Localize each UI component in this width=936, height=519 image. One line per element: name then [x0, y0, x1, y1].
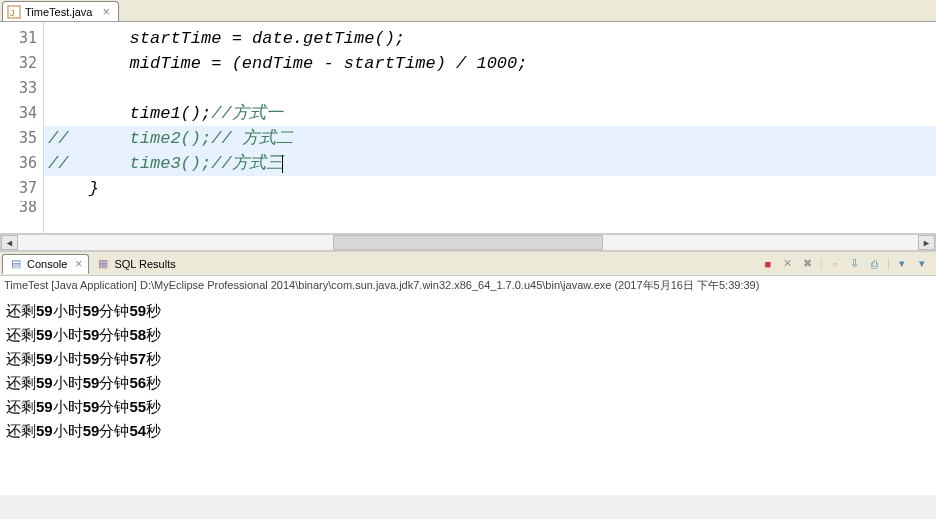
- console-line: 还剩59小时59分钟55秒: [6, 395, 930, 419]
- pin-console-button[interactable]: ⎙: [867, 256, 883, 272]
- editor-tab-bar: J TimeTest.java ×: [0, 0, 936, 22]
- scroll-right-arrow[interactable]: ►: [918, 235, 935, 250]
- open-console-button[interactable]: ▾: [914, 256, 930, 272]
- scroll-left-arrow[interactable]: ◄: [1, 235, 18, 250]
- editor-horizontal-scrollbar[interactable]: ◄ ►: [0, 234, 936, 251]
- display-selected-button[interactable]: ▾: [894, 256, 910, 272]
- tab-sql-results[interactable]: ▦ SQL Results: [89, 254, 182, 274]
- console-icon: ▤: [9, 257, 23, 271]
- code-line[interactable]: // time2();// 方式二: [44, 126, 936, 151]
- code-editor[interactable]: 3132333435363738 startTime = date.getTim…: [0, 22, 936, 234]
- bottom-panel-tabs: ▤ Console × ▦ SQL Results ■ ✕ ✖ | ▫ ⇩ ⎙ …: [0, 251, 936, 275]
- console-line: 还剩59小时59分钟58秒: [6, 323, 930, 347]
- java-file-icon: J: [7, 5, 21, 19]
- close-console-icon[interactable]: ×: [75, 257, 82, 271]
- code-line[interactable]: time1();//方式一: [44, 101, 936, 126]
- console-toolbar: ■ ✕ ✖ | ▫ ⇩ ⎙ | ▾ ▾: [760, 256, 934, 272]
- svg-text:J: J: [10, 8, 15, 18]
- scroll-lock-button[interactable]: ⇩: [847, 256, 863, 272]
- scroll-thumb[interactable]: [333, 235, 603, 250]
- clear-console-button[interactable]: ▫: [827, 256, 843, 272]
- remove-all-button[interactable]: ✖: [800, 256, 816, 272]
- console-line: 还剩59小时59分钟59秒: [6, 299, 930, 323]
- editor-tab-label: TimeTest.java: [25, 6, 92, 18]
- tab-sql-label: SQL Results: [114, 258, 175, 270]
- editor-tab-timetest[interactable]: J TimeTest.java ×: [2, 1, 119, 21]
- sql-results-icon: ▦: [96, 257, 110, 271]
- code-line[interactable]: // time3();//方式三: [44, 151, 936, 176]
- line-gutter: 3132333435363738: [0, 22, 44, 233]
- console-line: 还剩59小时59分钟54秒: [6, 419, 930, 443]
- code-line[interactable]: [44, 76, 936, 101]
- console-line: 还剩59小时59分钟56秒: [6, 371, 930, 395]
- tab-console-label: Console: [27, 258, 67, 270]
- console-output[interactable]: 还剩59小时59分钟59秒还剩59小时59分钟58秒还剩59小时59分钟57秒还…: [0, 295, 936, 495]
- remove-launch-button[interactable]: ✕: [780, 256, 796, 272]
- close-tab-icon[interactable]: ×: [102, 5, 110, 18]
- console-launch-info: TimeTest [Java Application] D:\MyEclipse…: [0, 275, 936, 295]
- code-line[interactable]: startTime = date.getTime();: [44, 26, 936, 51]
- terminate-button[interactable]: ■: [760, 256, 776, 272]
- code-area[interactable]: startTime = date.getTime(); midTime = (e…: [44, 22, 936, 233]
- console-line: 还剩59小时59分钟57秒: [6, 347, 930, 371]
- code-line[interactable]: midTime = (endTime - startTime) / 1000;: [44, 51, 936, 76]
- scroll-track[interactable]: [18, 235, 918, 250]
- code-line[interactable]: }: [44, 176, 936, 201]
- tab-console[interactable]: ▤ Console ×: [2, 254, 89, 274]
